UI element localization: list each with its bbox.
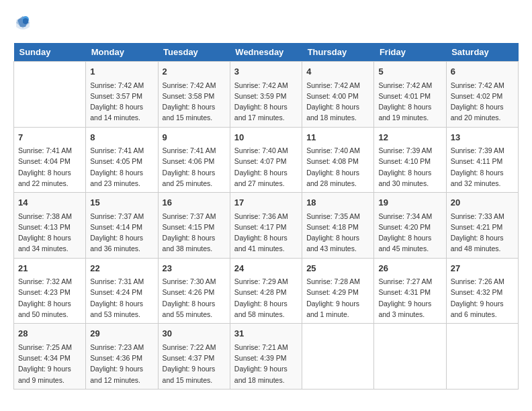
day-info: Sunrise: 7:39 AM Sunset: 4:11 PM Dayligh… bbox=[451, 145, 514, 189]
calendar-day-cell: 28Sunrise: 7:25 AM Sunset: 4:34 PM Dayli… bbox=[14, 324, 86, 390]
calendar-day-cell: 26Sunrise: 7:27 AM Sunset: 4:31 PM Dayli… bbox=[374, 258, 446, 324]
day-info: Sunrise: 7:32 AM Sunset: 4:23 PM Dayligh… bbox=[18, 276, 81, 320]
day-number: 10 bbox=[234, 131, 298, 144]
calendar-day-cell: 10Sunrise: 7:40 AM Sunset: 4:07 PM Dayli… bbox=[230, 127, 302, 193]
day-info: Sunrise: 7:42 AM Sunset: 4:00 PM Dayligh… bbox=[306, 80, 369, 124]
day-number: 21 bbox=[18, 262, 81, 275]
logo-icon bbox=[13, 13, 32, 32]
calendar-day-cell: 8Sunrise: 7:41 AM Sunset: 4:05 PM Daylig… bbox=[86, 127, 158, 193]
day-number: 11 bbox=[306, 131, 369, 144]
calendar-day-cell: 19Sunrise: 7:34 AM Sunset: 4:20 PM Dayli… bbox=[374, 193, 446, 259]
calendar-week-row: 28Sunrise: 7:25 AM Sunset: 4:34 PM Dayli… bbox=[14, 324, 519, 390]
day-number: 26 bbox=[378, 262, 441, 275]
day-number: 23 bbox=[163, 262, 226, 275]
calendar-table: SundayMondayTuesdayWednesdayThursdayFrid… bbox=[13, 43, 519, 390]
day-of-week-header: Saturday bbox=[446, 43, 518, 62]
day-info: Sunrise: 7:22 AM Sunset: 4:37 PM Dayligh… bbox=[163, 342, 226, 385]
day-info: Sunrise: 7:23 AM Sunset: 4:36 PM Dayligh… bbox=[90, 342, 153, 385]
day-number: 29 bbox=[90, 327, 153, 340]
calendar-day-cell: 20Sunrise: 7:33 AM Sunset: 4:21 PM Dayli… bbox=[446, 193, 518, 259]
day-info: Sunrise: 7:42 AM Sunset: 4:02 PM Dayligh… bbox=[451, 80, 514, 124]
day-info: Sunrise: 7:37 AM Sunset: 4:15 PM Dayligh… bbox=[163, 211, 226, 255]
day-info: Sunrise: 7:35 AM Sunset: 4:18 PM Dayligh… bbox=[306, 211, 369, 255]
calendar-day-cell: 12Sunrise: 7:39 AM Sunset: 4:10 PM Dayli… bbox=[374, 127, 446, 193]
calendar-day-cell: 15Sunrise: 7:37 AM Sunset: 4:14 PM Dayli… bbox=[86, 193, 158, 259]
day-number: 16 bbox=[163, 196, 226, 210]
day-info: Sunrise: 7:41 AM Sunset: 4:05 PM Dayligh… bbox=[90, 145, 153, 189]
day-of-week-header: Monday bbox=[86, 43, 158, 62]
day-info: Sunrise: 7:29 AM Sunset: 4:28 PM Dayligh… bbox=[234, 276, 298, 320]
day-number: 15 bbox=[90, 196, 153, 210]
day-info: Sunrise: 7:42 AM Sunset: 4:01 PM Dayligh… bbox=[378, 80, 441, 124]
day-info: Sunrise: 7:42 AM Sunset: 3:57 PM Dayligh… bbox=[90, 80, 153, 124]
day-of-week-header: Thursday bbox=[302, 43, 374, 62]
day-info: Sunrise: 7:28 AM Sunset: 4:29 PM Dayligh… bbox=[306, 276, 369, 320]
day-number: 25 bbox=[306, 262, 369, 275]
calendar-day-cell: 1Sunrise: 7:42 AM Sunset: 3:57 PM Daylig… bbox=[86, 62, 158, 128]
calendar-day-cell: 3Sunrise: 7:42 AM Sunset: 3:59 PM Daylig… bbox=[230, 62, 302, 128]
day-number: 4 bbox=[306, 65, 369, 79]
calendar-day-cell: 7Sunrise: 7:41 AM Sunset: 4:04 PM Daylig… bbox=[14, 127, 86, 193]
calendar-day-cell bbox=[302, 324, 374, 390]
calendar-day-cell: 29Sunrise: 7:23 AM Sunset: 4:36 PM Dayli… bbox=[86, 324, 158, 390]
calendar-day-cell: 13Sunrise: 7:39 AM Sunset: 4:11 PM Dayli… bbox=[446, 127, 518, 193]
day-of-week-header: Wednesday bbox=[230, 43, 302, 62]
day-of-week-header: Tuesday bbox=[158, 43, 230, 62]
day-number: 31 bbox=[234, 327, 298, 340]
day-info: Sunrise: 7:42 AM Sunset: 3:59 PM Dayligh… bbox=[234, 80, 298, 124]
calendar-day-cell: 31Sunrise: 7:21 AM Sunset: 4:39 PM Dayli… bbox=[230, 324, 302, 390]
calendar-day-cell: 27Sunrise: 7:26 AM Sunset: 4:32 PM Dayli… bbox=[446, 258, 518, 324]
day-info: Sunrise: 7:37 AM Sunset: 4:14 PM Dayligh… bbox=[90, 211, 153, 255]
day-number: 1 bbox=[90, 65, 153, 79]
calendar-day-cell: 24Sunrise: 7:29 AM Sunset: 4:28 PM Dayli… bbox=[230, 258, 302, 324]
calendar-day-cell: 2Sunrise: 7:42 AM Sunset: 3:58 PM Daylig… bbox=[158, 62, 230, 128]
calendar-day-cell: 30Sunrise: 7:22 AM Sunset: 4:37 PM Dayli… bbox=[158, 324, 230, 390]
day-info: Sunrise: 7:39 AM Sunset: 4:10 PM Dayligh… bbox=[378, 145, 441, 189]
day-number: 8 bbox=[90, 131, 153, 144]
calendar-day-cell: 4Sunrise: 7:42 AM Sunset: 4:00 PM Daylig… bbox=[302, 62, 374, 128]
calendar-day-cell bbox=[14, 62, 86, 128]
day-info: Sunrise: 7:36 AM Sunset: 4:17 PM Dayligh… bbox=[234, 211, 298, 255]
day-info: Sunrise: 7:31 AM Sunset: 4:24 PM Dayligh… bbox=[90, 276, 153, 320]
calendar-week-row: 7Sunrise: 7:41 AM Sunset: 4:04 PM Daylig… bbox=[14, 127, 519, 193]
calendar-day-cell: 5Sunrise: 7:42 AM Sunset: 4:01 PM Daylig… bbox=[374, 62, 446, 128]
day-number: 22 bbox=[90, 262, 153, 275]
day-info: Sunrise: 7:42 AM Sunset: 3:58 PM Dayligh… bbox=[163, 80, 226, 124]
day-number: 5 bbox=[378, 65, 441, 79]
calendar-day-cell: 21Sunrise: 7:32 AM Sunset: 4:23 PM Dayli… bbox=[14, 258, 86, 324]
day-number: 13 bbox=[451, 131, 514, 144]
day-number: 24 bbox=[234, 262, 298, 275]
page-header bbox=[13, 13, 519, 32]
calendar-day-cell: 16Sunrise: 7:37 AM Sunset: 4:15 PM Dayli… bbox=[158, 193, 230, 259]
day-number: 3 bbox=[234, 65, 298, 79]
day-number: 30 bbox=[163, 327, 226, 340]
logo bbox=[13, 13, 35, 32]
day-of-week-header: Sunday bbox=[14, 43, 86, 62]
calendar-week-row: 1Sunrise: 7:42 AM Sunset: 3:57 PM Daylig… bbox=[14, 62, 519, 128]
calendar-day-cell: 18Sunrise: 7:35 AM Sunset: 4:18 PM Dayli… bbox=[302, 193, 374, 259]
calendar-day-cell: 6Sunrise: 7:42 AM Sunset: 4:02 PM Daylig… bbox=[446, 62, 518, 128]
calendar-day-cell: 23Sunrise: 7:30 AM Sunset: 4:26 PM Dayli… bbox=[158, 258, 230, 324]
day-of-week-header: Friday bbox=[374, 43, 446, 62]
day-number: 2 bbox=[163, 65, 226, 79]
calendar-day-cell: 25Sunrise: 7:28 AM Sunset: 4:29 PM Dayli… bbox=[302, 258, 374, 324]
day-info: Sunrise: 7:34 AM Sunset: 4:20 PM Dayligh… bbox=[378, 211, 441, 255]
calendar-day-cell: 11Sunrise: 7:40 AM Sunset: 4:08 PM Dayli… bbox=[302, 127, 374, 193]
calendar-day-cell: 17Sunrise: 7:36 AM Sunset: 4:17 PM Dayli… bbox=[230, 193, 302, 259]
calendar-header-row: SundayMondayTuesdayWednesdayThursdayFrid… bbox=[14, 43, 519, 62]
day-number: 9 bbox=[163, 131, 226, 144]
day-number: 28 bbox=[18, 327, 81, 340]
day-number: 17 bbox=[234, 196, 298, 210]
day-number: 14 bbox=[18, 196, 81, 210]
day-number: 6 bbox=[451, 65, 514, 79]
day-number: 19 bbox=[378, 196, 441, 210]
day-number: 7 bbox=[18, 131, 81, 144]
day-number: 18 bbox=[306, 196, 369, 210]
day-info: Sunrise: 7:27 AM Sunset: 4:31 PM Dayligh… bbox=[378, 276, 441, 320]
calendar-day-cell: 14Sunrise: 7:38 AM Sunset: 4:13 PM Dayli… bbox=[14, 193, 86, 259]
day-info: Sunrise: 7:38 AM Sunset: 4:13 PM Dayligh… bbox=[18, 211, 81, 255]
day-info: Sunrise: 7:21 AM Sunset: 4:39 PM Dayligh… bbox=[234, 342, 298, 385]
calendar-week-row: 21Sunrise: 7:32 AM Sunset: 4:23 PM Dayli… bbox=[14, 258, 519, 324]
day-number: 27 bbox=[451, 262, 514, 275]
day-info: Sunrise: 7:25 AM Sunset: 4:34 PM Dayligh… bbox=[18, 342, 81, 385]
